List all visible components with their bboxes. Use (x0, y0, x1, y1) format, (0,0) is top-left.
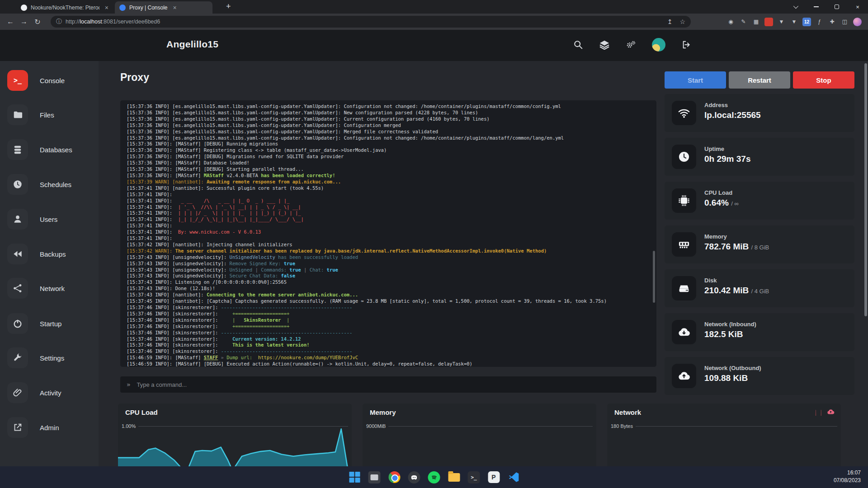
terminal-icon[interactable]: >_ (468, 471, 480, 483)
vscode-icon[interactable] (508, 471, 520, 483)
console-line: [15:37:41 INFO]: |_| |_/_/ \_\|_| |_|\__… (127, 216, 656, 223)
discord-icon[interactable] (408, 471, 420, 483)
start-button[interactable]: Start (665, 71, 726, 89)
console-line: [15:37:36 INFO] [es.angelillo15.mast.lib… (127, 116, 656, 122)
puzzle-icon[interactable]: ✚ (828, 18, 836, 26)
console-log[interactable]: [15:37:36 INFO] [es.angelillo15.mast.lib… (120, 100, 656, 367)
console-line: [15:37:39 WARN] [nantibot]: Awaiting rem… (127, 179, 656, 185)
windows-start-icon[interactable] (349, 471, 361, 483)
filter-icon[interactable]: ▼ (777, 18, 786, 26)
taskbar-clock[interactable]: 16:07 07/08/2023 (834, 469, 861, 484)
logout-icon[interactable] (682, 40, 692, 50)
maximize-button[interactable] (826, 0, 847, 14)
console-scrollbar[interactable] (653, 251, 655, 303)
github-icon (21, 5, 27, 11)
network-icon (7, 278, 28, 299)
console-line: [15:37:46 INFO] [skinsrestorer]: +======… (127, 311, 656, 317)
power-icon (7, 313, 28, 334)
sidebar-item-settings[interactable]: Settings (0, 345, 99, 371)
console-line: [15:37:43 INFO] [nantibot]: Connecting t… (127, 292, 656, 298)
sidebar-item-console[interactable]: >_Console (0, 68, 99, 93)
browser-tab-1[interactable]: Nookure/NookTheme: Pterodact × (16, 1, 113, 14)
paperclip-icon (7, 382, 28, 403)
cast-icon[interactable]: ◉ (726, 18, 735, 26)
console-line: [15:37:43 INFO] [unsignedvelocity]: Remo… (127, 261, 656, 267)
memory-chart-card: Memory 9000MiB (363, 404, 596, 470)
console-line: [15:37:36 INFO]: [MAStaff] [DEBUG] Start… (127, 166, 656, 173)
console-line: [15:37:46 INFO] [skinsrestorer]: -------… (127, 330, 656, 336)
side-panel-icon[interactable]: ◫ (840, 18, 849, 26)
stat-card-memory: Memory782.76 MiB / 8 GiB (665, 225, 854, 263)
tab-counter-badge[interactable]: 12 (802, 18, 811, 26)
chart-title: Network (614, 408, 641, 416)
forward-icon[interactable]: → (17, 18, 31, 26)
close-icon[interactable]: × (105, 4, 108, 11)
sidebar-item-backups[interactable]: Backups (0, 241, 99, 267)
reload-icon[interactable]: ↻ (31, 18, 44, 26)
console-line: [15:37:41 INFO]: | '_ \ //\\ | '_ \| __|… (127, 204, 656, 211)
share-icon[interactable]: ↥ (667, 18, 673, 25)
console-line: [15:37:41 INFO] [nantibot]: Successful p… (127, 185, 656, 192)
profile-avatar[interactable] (853, 18, 862, 26)
stat-value: 0.64% / ∞ (704, 198, 739, 208)
sidebar-item-admin[interactable]: Admin (0, 415, 99, 440)
sidebar-item-files[interactable]: Files (0, 102, 99, 127)
time: 16:07 (834, 469, 861, 477)
page-scrollbar[interactable] (864, 63, 867, 316)
restart-button[interactable]: Restart (729, 71, 790, 89)
grid-icon[interactable]: ▦ (752, 18, 760, 26)
browser-tab-2[interactable]: Proxy | Console × (115, 1, 212, 14)
tab-search-chevron-icon[interactable] (785, 0, 806, 14)
file-explorer-icon[interactable] (368, 471, 381, 483)
close-window-button[interactable]: × (847, 0, 868, 14)
back-icon[interactable]: ← (4, 18, 17, 26)
console-line: [15:37:43 INFO] [unsignedvelocity]: UnSi… (127, 267, 656, 273)
script-icon[interactable]: ƒ (815, 18, 824, 26)
sidebar-item-databases[interactable]: Databases (0, 137, 99, 162)
command-input[interactable] (136, 381, 650, 389)
close-icon[interactable]: × (173, 4, 177, 11)
folder-icon (7, 104, 28, 125)
spotify-icon[interactable] (428, 471, 440, 483)
database-icon (7, 139, 28, 160)
cloud-down-icon (672, 320, 696, 344)
console-line: [15:37:36 INFO] [es.angelillo15.mast.lib… (127, 122, 656, 129)
cpu-chart-card: CPU Load 1.00% (118, 404, 352, 470)
sidebar-item-schedules[interactable]: Schedules (0, 172, 99, 197)
console-line: [15:37:42 INFO] [nantibot]: Injecting ch… (127, 242, 656, 248)
sidebar-item-startup[interactable]: Startup (0, 311, 99, 336)
sidebar-item-activity[interactable]: Activity (0, 380, 99, 405)
folder-icon[interactable] (448, 471, 460, 483)
filter-icon-2[interactable]: ▼ (790, 18, 798, 26)
stop-button[interactable]: Stop (793, 71, 854, 89)
gears-icon[interactable] (626, 40, 636, 50)
sidebar-item-network[interactable]: Network (0, 276, 99, 301)
stat-card-disk: Disk210.42 MiB / 4 GiB (665, 269, 854, 307)
adblock-icon[interactable] (764, 18, 773, 26)
browser-toolbar: ← → ↻ ⓘ http://localhost:8081/server/dee… (0, 14, 868, 30)
user-avatar[interactable] (652, 38, 665, 52)
notes-app-icon[interactable]: P (488, 471, 500, 483)
app-header: Angelillo15 (0, 30, 868, 61)
stat-value: 0h 29m 37s (704, 154, 750, 164)
stat-label: CPU Load (704, 189, 732, 196)
console-line: [15:37:43 INFO] [unsignedvelocity]: UnSi… (127, 254, 656, 261)
search-icon[interactable] (573, 40, 583, 50)
site-info-icon[interactable]: ⓘ (56, 18, 62, 26)
url-bar[interactable]: ⓘ http://localhost:8081/server/dee6bed6 … (51, 16, 691, 28)
cpu-chart (118, 427, 352, 470)
console-line: [15:37:46 INFO] [skinsrestorer]: | Skins… (127, 317, 656, 324)
new-tab-button[interactable]: + (226, 2, 231, 11)
pencil-icon[interactable]: ✎ (739, 18, 748, 26)
layers-icon[interactable] (599, 40, 609, 50)
minimize-button[interactable] (806, 0, 826, 14)
sidebar-item-label: Files (40, 111, 54, 119)
chrome-icon[interactable] (388, 471, 401, 483)
sidebar-item-users[interactable]: Users (0, 206, 99, 232)
sidebar-item-label: Network (40, 285, 65, 292)
console-line: [15:37:36 INFO]: [MAStaff] MAStaff v2.4.… (127, 173, 656, 179)
bookmark-star-icon[interactable]: ☆ (679, 18, 685, 25)
console-line: [15:37:36 INFO]: [MAStaff] Registering c… (127, 147, 656, 154)
wifi-icon (672, 101, 696, 125)
console-line: [15:37:42 WARN]: The server channel init… (127, 248, 656, 254)
